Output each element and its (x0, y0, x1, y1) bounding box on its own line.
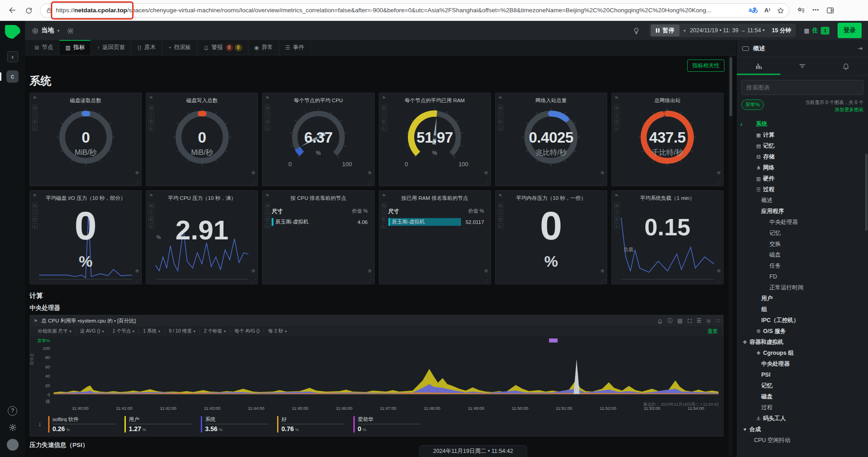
sidebar-tab-filters[interactable] (780, 57, 824, 75)
room-selector[interactable]: ◎ 当地 ▾ (32, 26, 60, 35)
sidebar-tree-item[interactable]: PSI (737, 369, 868, 380)
sidebar-tree-item[interactable]: ⊟存储 (737, 151, 868, 162)
room-settings-gear-icon[interactable] (67, 26, 74, 35)
toolbar-chip-1[interactable]: 分组依据 尺寸▾ (34, 328, 75, 334)
rail-expand-button[interactable]: › (7, 51, 18, 62)
chart-search-input[interactable] (741, 80, 863, 95)
sidebar-tree-item[interactable]: 概述 (737, 195, 868, 206)
gauge-body[interactable]: 51.97%0100 (379, 104, 491, 176)
card-resize-handle[interactable]: ⋰ (135, 180, 139, 185)
chart-alerts-bell-icon[interactable] (657, 318, 663, 324)
browser-menu-icon[interactable]: ⋯ (812, 6, 819, 14)
sidebar-tree-item[interactable]: 正常运行时间 (737, 282, 868, 293)
main-scrollbar[interactable] (729, 55, 733, 457)
sidebar-collapse-icon[interactable]: ⇥ (858, 45, 863, 52)
sidebar-tree-item[interactable]: 中央处理器 (737, 217, 868, 228)
card-resize-handle[interactable]: ⋰ (251, 180, 256, 185)
card-resize-handle[interactable]: ⋰ (600, 278, 605, 283)
sidebar-tree-item[interactable]: 磁盘 (737, 249, 868, 260)
login-button[interactable]: 登录 (838, 23, 862, 38)
tab-2[interactable]: ▥指标 (60, 40, 91, 55)
refresh-icon[interactable] (25, 6, 33, 14)
sidebar-tree-item[interactable]: ☰过程 (737, 184, 868, 195)
chart-reset-button[interactable]: 重置 (708, 328, 718, 335)
sidebar-tree-item[interactable]: ⚙O/S 服务 (737, 326, 868, 337)
sidebar-tree-item[interactable]: ›系统 (737, 119, 868, 129)
sidebar-tree-item[interactable]: FD (737, 271, 868, 282)
rank-row[interactable]: 辰玉阁-虚拟机4.06 (272, 218, 367, 226)
gauge-body[interactable]: 0MiB/秒 (146, 104, 258, 176)
sidebar-tree-item[interactable]: ❖容器和虚拟机 (737, 337, 868, 348)
gauge-body[interactable]: 437.5千比特/秒 (612, 104, 723, 176)
sidebar-tree-item[interactable]: IPC（工控机） (737, 315, 868, 326)
sidebar-tree-item[interactable]: CPU 空闲抖动 (737, 435, 868, 446)
card-resize-handle[interactable]: ⋰ (717, 180, 721, 185)
sidebar-tree-item[interactable]: 用户 (737, 293, 868, 304)
chart-info-icon[interactable]: ⓘ (667, 317, 673, 325)
card-resize-handle[interactable]: ⋰ (368, 180, 372, 185)
pause-button[interactable]: 暂停 (651, 25, 680, 36)
card-resize-handle[interactable]: ⋰ (484, 180, 489, 185)
settings-gear-icon[interactable] (9, 423, 17, 432)
workspace-badge[interactable]: c (6, 70, 19, 83)
translate-icon[interactable]: aあ (749, 6, 758, 14)
user-avatar[interactable] (7, 439, 19, 451)
chart-settings-gear-icon[interactable] (706, 318, 711, 324)
legend-item[interactable]: 爱荷华0% (353, 416, 421, 432)
read-aloud-icon[interactable]: A⁾ (764, 7, 770, 14)
gauge-body[interactable]: 6.37%0100 (263, 104, 374, 176)
legend-item[interactable]: softirq 软件0.26% (48, 416, 115, 432)
sidebar-tree-item[interactable]: 应用程序 (737, 206, 868, 217)
toolbar-chip-4[interactable]: 1 系统▾ (139, 328, 164, 334)
tab-1[interactable]: ⊞节点 (29, 40, 60, 55)
sidebar-tree-item[interactable]: 记忆 (737, 380, 868, 391)
toolbar-chip-3[interactable]: 1 个节点▾ (108, 328, 139, 334)
anomaly-marker[interactable] (549, 338, 558, 343)
legend-item[interactable]: 用户1.27% (124, 416, 192, 432)
legend-sort-arrow-icon[interactable]: ↓ (38, 420, 42, 427)
toolbar-chip-2[interactable]: 这 AVG ()▾ (75, 328, 108, 334)
chart-drag-grip-icon[interactable]: ∷ (716, 318, 719, 324)
tab-4[interactable]: ⟨⟩原木 (131, 40, 162, 55)
sidebar-tree-item[interactable]: 磁盘 (737, 391, 868, 402)
chart-type-icon[interactable]: ☰ (697, 318, 702, 324)
gauge-body[interactable]: 0MiB/秒 (30, 104, 141, 176)
sidebar-tree-item[interactable]: 记忆 (737, 228, 868, 238)
tab-3[interactable]: ↑返回页首 (91, 40, 131, 55)
card-resize-handle[interactable]: ⋰ (600, 180, 605, 185)
sidebar-tree-item[interactable]: 任务 (737, 260, 868, 271)
address-bar[interactable]: https://netdata.cpolar.top/spaces/chenyu… (40, 3, 789, 18)
sidebar-tree-item[interactable]: ⚓码头工人 (737, 413, 868, 424)
tab-8[interactable]: ☰事件 (279, 40, 311, 55)
toolbar-chip-5[interactable]: 9 / 10 维度▾ (164, 328, 199, 334)
sidebar-tree-item[interactable]: 交换 (737, 238, 868, 249)
sidebar-tree-item[interactable]: ⋔网络 (737, 162, 868, 173)
sidebar-tree-item[interactable]: ▤记忆 (737, 140, 868, 151)
card-resize-handle[interactable]: ⋰ (368, 278, 372, 283)
back-icon[interactable] (8, 6, 17, 15)
sidebar-tree-item[interactable]: ♥合成 (737, 424, 868, 435)
main-scrollbar-thumb[interactable] (729, 57, 732, 116)
sidebar-tree-item[interactable]: 过程 (737, 402, 868, 413)
sidebar-panel-icon[interactable] (826, 6, 834, 15)
sidebar-tree-item[interactable]: ▥硬件 (737, 173, 868, 184)
collections-icon[interactable] (797, 6, 805, 15)
metrics-correlation-button[interactable]: 指标相关性 (687, 60, 724, 72)
time-range-picker[interactable]: 暂停 ▾ 2024/11/19 • 11: 39 → 11:54 • 15 分钟 (649, 24, 795, 37)
toolbar-chip-8[interactable]: 每 2 秒▾ (263, 328, 291, 334)
sidebar-scrollbar-thumb[interactable] (865, 154, 868, 231)
sidebar-tree-item[interactable]: ▦计算 (737, 129, 868, 140)
rank-row[interactable]: 辰玉阁-虚拟机52.0117 (388, 218, 484, 226)
news-bulb-icon[interactable] (633, 26, 640, 35)
chart-expand-icon[interactable] (687, 318, 692, 324)
help-icon[interactable]: ? (8, 406, 17, 416)
cpu-area-chart[interactable] (54, 337, 719, 405)
favorite-star-icon[interactable] (777, 6, 784, 14)
legend-item[interactable]: 系统3.56% (201, 416, 268, 432)
sidebar-tree-item[interactable]: 中央处理器 (737, 358, 868, 369)
tab-6[interactable]: 警报00 (198, 40, 248, 55)
tab-7[interactable]: ◉异常 (248, 40, 279, 55)
chart-data-icon[interactable]: ▤ (677, 318, 682, 324)
sidebar-tab-alerts[interactable] (824, 57, 868, 75)
gauge-body[interactable]: 0.4025兆比特/秒 (496, 104, 607, 176)
